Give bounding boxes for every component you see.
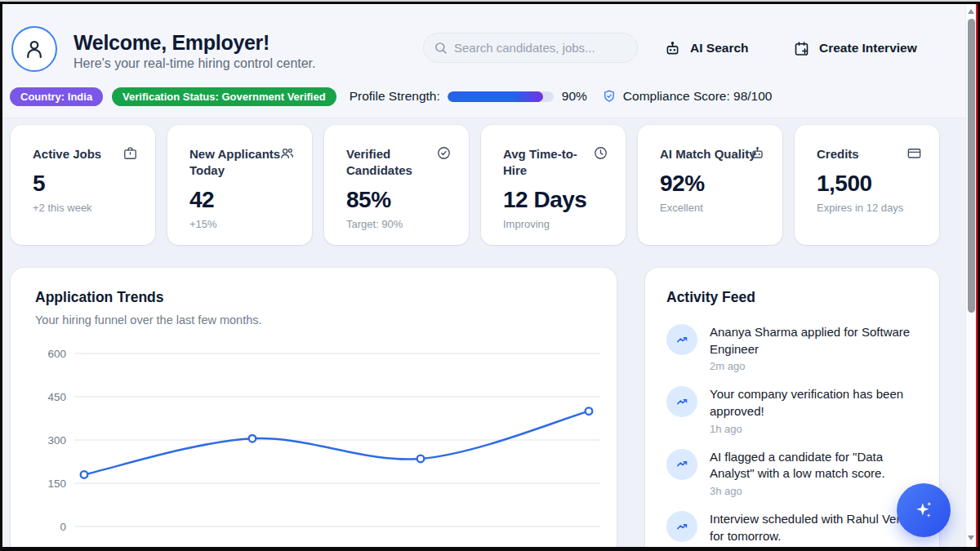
feed-item: Ananya Sharma applied for Software Engin… <box>666 324 918 372</box>
feed-item-text: AI flagged a candidate for "Data Analyst… <box>710 449 918 482</box>
page-title: Welcome, Employer! <box>74 31 270 55</box>
stat-value: 5 <box>33 171 137 197</box>
create-interview-button[interactable]: Create Interview <box>793 35 917 61</box>
stat-label: Avg Time-to-Hire <box>503 146 599 179</box>
feed-item: Interview scheduled with Rahul Verma for… <box>666 511 918 544</box>
svg-text:150: 150 <box>47 478 66 490</box>
stat-label: Verified Candidates <box>346 146 443 179</box>
stat-sub: Excellent <box>660 202 764 214</box>
users-icon <box>279 145 295 161</box>
scrollbar-thumb[interactable] <box>968 19 975 313</box>
sparkles-icon <box>912 499 935 522</box>
verification-badge: Verification Status: Government Verified <box>112 87 336 106</box>
trending-up-icon <box>666 386 697 417</box>
feed-item-text: Interview scheduled with Rahul Verma for… <box>710 511 918 544</box>
credit-card-icon <box>906 145 922 161</box>
main-row: Application Trends Your hiring funnel ov… <box>11 268 939 547</box>
stat-card-new-applicants: New Applicants Today 42 +15% <box>167 125 312 245</box>
stat-card-avg-time-to-hire: Avg Time-to-Hire 12 Days Improving <box>481 125 626 245</box>
stat-value: 12 Days <box>503 187 608 213</box>
stat-card-verified-candidates: Verified Candidates 85% Target: 90% <box>324 125 469 245</box>
search-icon <box>434 41 448 55</box>
feed-item: AI flagged a candidate for "Data Analyst… <box>666 449 918 497</box>
activity-feed-list: Ananya Sharma applied for Software Engin… <box>666 324 918 545</box>
profile-strength-label: Profile Strength: <box>350 89 440 104</box>
scroll-down-arrow[interactable] <box>968 535 974 540</box>
stat-label: AI Match Quality <box>660 146 756 162</box>
stat-card-active-jobs: Active Jobs 5 +2 this week <box>11 125 155 245</box>
check-circle-icon <box>436 145 452 161</box>
avatar[interactable] <box>11 26 57 72</box>
application-trends-chart: 6004503001500 <box>35 336 592 536</box>
chart-subtitle: Your hiring funnel over the last few mon… <box>35 313 592 327</box>
trending-up-icon <box>666 511 697 542</box>
stat-sub: Target: 90% <box>346 218 451 230</box>
bot-icon <box>750 145 765 161</box>
stat-sub: Expires in 12 days <box>817 202 921 214</box>
profile-strength-percent: 90% <box>562 89 587 104</box>
svg-text:0: 0 <box>60 521 66 533</box>
briefcase-icon <box>122 145 138 161</box>
profile-strength-fill <box>448 91 543 102</box>
profile-strength-bar <box>448 91 554 102</box>
feed-item-text: Your company verification has been appro… <box>710 386 918 420</box>
activity-feed-card: Activity Feed Ananya Sharma applied for … <box>645 268 939 547</box>
ai-search-button[interactable]: AI Search <box>664 35 749 61</box>
feed-item: Your company verification has been appro… <box>666 386 918 434</box>
vertical-scrollbar[interactable] <box>965 4 976 547</box>
svg-text:300: 300 <box>47 434 66 447</box>
svg-text:450: 450 <box>47 391 66 403</box>
stat-label: Active Jobs <box>33 146 129 162</box>
scroll-up-arrow[interactable] <box>968 9 974 14</box>
stat-sub: +15% <box>189 218 294 230</box>
stat-card-ai-match-quality: AI Match Quality 92% Excellent <box>638 125 782 245</box>
stat-sub: +2 this week <box>33 202 137 214</box>
svg-text:600: 600 <box>47 348 66 360</box>
create-interview-label: Create Interview <box>819 41 917 56</box>
stat-sub: Improving <box>503 218 608 230</box>
stat-value: 1,500 <box>817 171 921 197</box>
calendar-plus-icon <box>793 40 810 57</box>
screenshot-frame: Welcome, Employer! Here's your real-time… <box>0 0 980 551</box>
trending-up-icon <box>666 449 697 480</box>
feed-item-time: 2m ago <box>710 360 918 372</box>
stat-card-credits: Credits 1,500 Expires in 12 days <box>795 125 939 245</box>
compliance-score: Compliance Score: 98/100 <box>623 89 773 104</box>
stat-cards-row: Active Jobs 5 +2 this week New Applicant… <box>11 125 939 245</box>
screen-edge-line <box>976 4 978 547</box>
stat-value: 42 <box>189 187 294 213</box>
search-bar[interactable] <box>423 33 638 63</box>
stat-value: 85% <box>346 187 451 213</box>
stat-value: 92% <box>660 171 764 197</box>
application-trends-card: Application Trends Your hiring funnel ov… <box>11 268 617 547</box>
activity-feed-title: Activity Feed <box>666 289 918 306</box>
feed-item-time: 3h ago <box>710 485 918 497</box>
trending-up-icon <box>666 324 697 355</box>
feed-item-time: 1h ago <box>710 423 918 435</box>
feed-item-text: Ananya Sharma applied for Software Engin… <box>710 324 918 358</box>
search-input[interactable] <box>454 41 627 55</box>
clock-icon <box>593 145 608 161</box>
stat-label: Credits <box>817 146 913 162</box>
employer-dashboard: Welcome, Employer! Here's your real-time… <box>2 4 978 547</box>
shield-check-icon <box>602 89 617 104</box>
ai-search-label: AI Search <box>690 41 749 56</box>
user-icon <box>22 37 47 61</box>
page-subtitle: Here's your real-time hiring control cen… <box>74 56 316 71</box>
status-row: Country: India Verification Status: Gove… <box>10 87 772 106</box>
bot-icon <box>664 40 681 57</box>
frame-top-line <box>0 0 980 2</box>
stat-label: New Applicants Today <box>189 146 286 179</box>
chart-title: Application Trends <box>35 289 592 306</box>
country-badge: Country: India <box>10 87 103 106</box>
ai-assistant-fab[interactable] <box>897 483 951 537</box>
